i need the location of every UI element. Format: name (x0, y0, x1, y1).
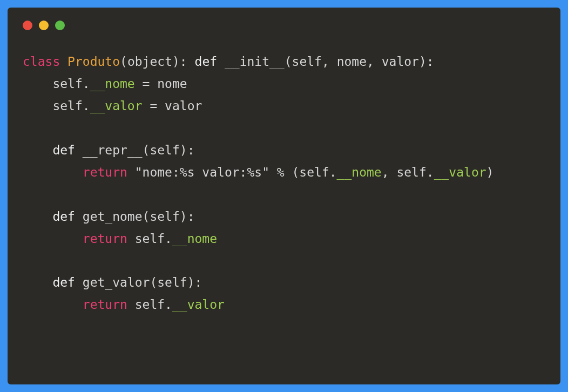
code-text (23, 165, 83, 179)
code-text (217, 55, 225, 69)
code-text (23, 143, 52, 157)
code-text: (self, nome, valor): (285, 55, 434, 69)
code-text (23, 298, 83, 312)
class-name: Produto (67, 55, 120, 69)
attr-name: __nome (337, 165, 382, 179)
attr-name: __nome (172, 232, 217, 246)
keyword-def: def (52, 275, 75, 289)
code-text: get_nome(self): (75, 209, 195, 224)
code-text (75, 143, 83, 157)
method-name: __init__ (225, 55, 285, 69)
code-text: self. (23, 77, 90, 91)
keyword-return: return (83, 165, 127, 179)
attr-name: __valor (434, 165, 486, 179)
code-text: (object): (120, 55, 194, 69)
keyword-return: return (83, 232, 127, 246)
code-text: = valor (143, 99, 202, 113)
code-text (23, 209, 52, 224)
keyword-def: def (195, 55, 218, 69)
code-text (127, 165, 135, 179)
keyword-def: def (52, 209, 75, 224)
code-window: class Produto(object): def __init__(self… (8, 8, 560, 384)
code-block: class Produto(object): def __init__(self… (23, 51, 545, 316)
keyword-def: def (52, 143, 75, 157)
attr-name: __nome (90, 77, 135, 91)
code-text: , self. (382, 165, 434, 179)
maximize-icon[interactable] (55, 21, 65, 30)
code-text (23, 232, 83, 246)
keyword-return: return (83, 298, 127, 312)
attr-name: __valor (90, 99, 143, 113)
keyword-class: class (23, 55, 60, 69)
code-text: = nome (135, 77, 187, 91)
code-text: get_valor(self): (75, 275, 202, 289)
window-controls (23, 21, 545, 30)
minimize-icon[interactable] (39, 21, 49, 30)
code-text: self. (23, 99, 90, 113)
code-text: self. (127, 298, 172, 312)
method-name: __repr__ (83, 143, 143, 157)
string-literal: "nome:%s valor:%s" (135, 165, 269, 179)
code-text: ) (486, 165, 494, 179)
code-text: % (self. (269, 165, 337, 179)
code-text: (self): (143, 143, 195, 157)
close-icon[interactable] (23, 21, 32, 30)
code-text: self. (127, 232, 172, 246)
attr-name: __valor (172, 298, 225, 312)
code-text (23, 275, 52, 289)
